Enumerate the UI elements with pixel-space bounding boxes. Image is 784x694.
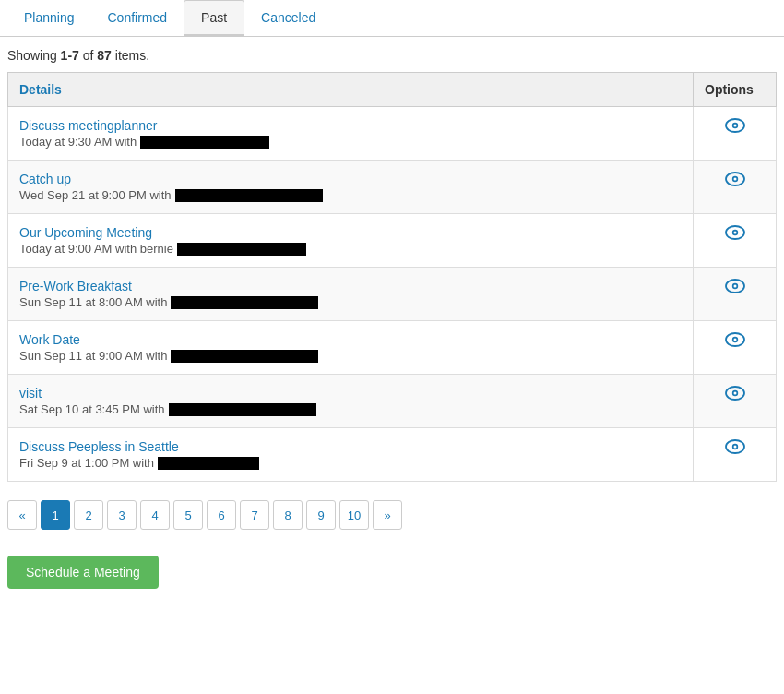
meeting-options-cell	[694, 214, 777, 268]
meeting-details-cell: visitSat Sep 10 at 3:45 PM with	[8, 375, 694, 428]
meeting-options-cell	[694, 161, 777, 214]
meeting-title[interactable]: Catch up	[19, 172, 682, 186]
details-header: Details	[8, 73, 694, 107]
view-meeting-icon[interactable]	[725, 332, 745, 352]
meeting-options-cell	[694, 268, 777, 321]
meeting-subtitle: Today at 9:30 AM with	[19, 135, 682, 149]
meeting-title[interactable]: Work Date	[19, 332, 682, 347]
pagination-prev[interactable]: «	[7, 500, 37, 530]
table-row: Our Upcoming MeetingToday at 9:00 AM wit…	[8, 214, 777, 268]
pagination-page-1[interactable]: 1	[41, 500, 70, 530]
redacted-name	[140, 136, 269, 149]
svg-point-17	[733, 392, 736, 395]
meeting-title[interactable]: Pre-Work Breakfast	[19, 279, 682, 293]
pagination-page-3[interactable]: 3	[107, 500, 137, 530]
meeting-details-cell: Our Upcoming MeetingToday at 9:00 AM wit…	[8, 214, 694, 268]
table-row: Catch upWed Sep 21 at 9:00 PM with	[8, 161, 777, 214]
pagination-page-7[interactable]: 7	[240, 500, 269, 530]
meeting-subtitle: Fri Sep 9 at 1:00 PM with	[19, 456, 682, 470]
meeting-details-cell: Work DateSun Sep 11 at 9:00 AM with	[8, 321, 694, 375]
view-meeting-icon[interactable]	[725, 118, 745, 138]
meeting-details-cell: Catch upWed Sep 21 at 9:00 PM with	[8, 161, 694, 214]
redacted-name	[175, 189, 323, 202]
pagination-next[interactable]: »	[373, 500, 402, 530]
meeting-subtitle: Wed Sep 21 at 9:00 PM with	[19, 188, 682, 202]
redacted-name	[177, 243, 306, 256]
redacted-name	[171, 350, 318, 363]
view-meeting-icon[interactable]	[725, 386, 745, 405]
pagination-page-2[interactable]: 2	[74, 500, 103, 530]
table-row: Discuss Peepless in SeattleFri Sep 9 at …	[8, 428, 777, 482]
svg-point-20	[733, 446, 736, 449]
meeting-title[interactable]: Discuss Peepless in Seattle	[19, 439, 682, 454]
meeting-subtitle: Today at 9:00 AM with bernie	[19, 242, 682, 256]
pagination-page-9[interactable]: 9	[306, 500, 336, 530]
table-row: Pre-Work BreakfastSun Sep 11 at 8:00 AM …	[8, 268, 777, 321]
meeting-options-cell	[694, 428, 777, 482]
meeting-details-cell: Discuss Peepless in SeattleFri Sep 9 at …	[8, 428, 694, 482]
svg-point-8	[733, 232, 736, 234]
svg-point-14	[733, 339, 736, 341]
meeting-details-cell: Discuss meetingplannerToday at 9:30 AM w…	[8, 107, 694, 161]
tab-confirmed[interactable]: Confirmed	[91, 0, 184, 37]
view-meeting-icon[interactable]	[725, 225, 745, 245]
tab-past[interactable]: Past	[184, 0, 244, 37]
pagination-page-4[interactable]: 4	[140, 500, 170, 530]
pagination-page-10[interactable]: 10	[339, 500, 369, 530]
view-meeting-icon[interactable]	[725, 439, 745, 459]
pagination-page-6[interactable]: 6	[207, 500, 236, 530]
meeting-title[interactable]: Discuss meetingplanner	[19, 118, 682, 133]
table-row: visitSat Sep 10 at 3:45 PM with	[8, 375, 777, 428]
redacted-name	[158, 457, 259, 470]
tab-bar: Planning Confirmed Past Canceled	[0, 0, 784, 37]
meeting-title[interactable]: visit	[19, 386, 682, 401]
options-header: Options	[694, 73, 777, 107]
table-row: Work DateSun Sep 11 at 9:00 AM with	[8, 321, 777, 375]
meeting-subtitle: Sun Sep 11 at 9:00 AM with	[19, 349, 682, 363]
meetings-table: Details Options Discuss meetingplannerTo…	[7, 72, 777, 482]
meeting-options-cell	[694, 321, 777, 375]
meeting-subtitle: Sat Sep 10 at 3:45 PM with	[19, 402, 682, 416]
redacted-name	[169, 403, 316, 416]
pagination-page-5[interactable]: 5	[173, 500, 203, 530]
meeting-subtitle: Sun Sep 11 at 8:00 AM with	[19, 295, 682, 309]
schedule-meeting-button[interactable]: Schedule a Meeting	[7, 556, 159, 589]
view-meeting-icon[interactable]	[725, 279, 745, 298]
pagination-page-8[interactable]: 8	[273, 500, 303, 530]
svg-point-11	[733, 285, 736, 288]
meeting-details-cell: Pre-Work BreakfastSun Sep 11 at 8:00 AM …	[8, 268, 694, 321]
meeting-options-cell	[694, 375, 777, 428]
showing-text: Showing 1-7 of 87 items.	[0, 48, 784, 72]
redacted-name	[171, 296, 318, 309]
view-meeting-icon[interactable]	[725, 172, 745, 191]
tab-canceled[interactable]: Canceled	[244, 0, 332, 37]
meeting-title[interactable]: Our Upcoming Meeting	[19, 225, 682, 240]
tab-planning[interactable]: Planning	[7, 0, 91, 37]
table-row: Discuss meetingplannerToday at 9:30 AM w…	[8, 107, 777, 161]
meeting-options-cell	[694, 107, 777, 161]
svg-point-2	[733, 125, 736, 127]
pagination: « 1 2 3 4 5 6 7 8 9 10 »	[0, 482, 784, 548]
svg-point-5	[733, 178, 736, 181]
